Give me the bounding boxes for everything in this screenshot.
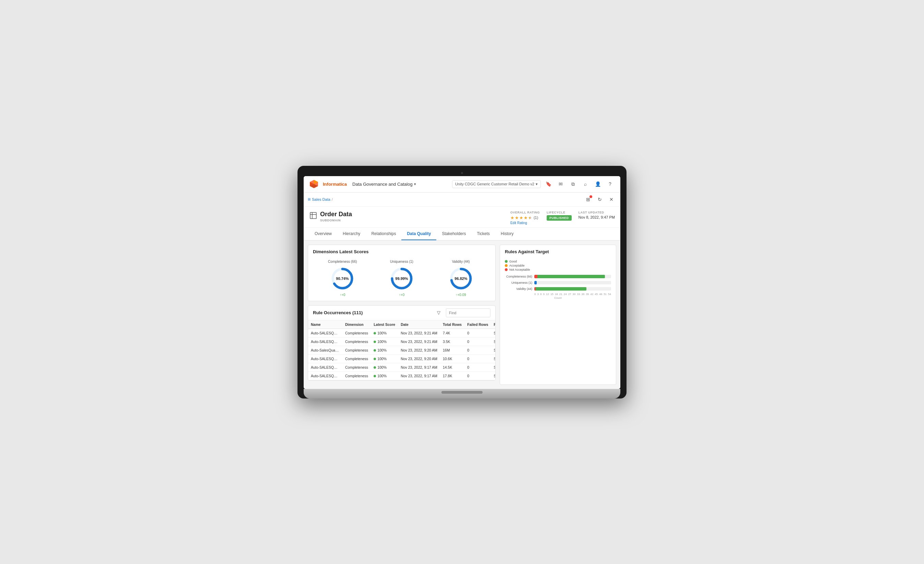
table-row: Auto-SALESQUANTIT... Completeness 100% N… [308, 328, 495, 337]
refresh-icon[interactable]: ↻ [595, 195, 604, 204]
cell-dimension: Completeness [342, 337, 371, 346]
bar-completeness-red [534, 275, 537, 278]
gauge-validity-label: Validity (44) [431, 260, 490, 264]
cell-name[interactable]: Auto-SALESQUANTIT... [308, 354, 342, 363]
cell-date: Nov 23, 2022, 9:21 AM [398, 328, 440, 337]
email-icon[interactable]: ✉ [556, 179, 566, 189]
cell-primary[interactable]: SALESQUANTITY [491, 337, 495, 346]
occurrences-table: Name Dimension Latest Score Date Total R… [308, 320, 495, 380]
app-header: Informatica Data Governance and Catalog … [304, 176, 620, 193]
cell-failed-rows: 0 [464, 328, 491, 337]
env-chevron-icon: ▾ [536, 182, 538, 186]
gauge-validity: Validity (44) 96.82% ↑+0.09 [431, 260, 490, 297]
cell-total-rows: 16M [440, 346, 464, 354]
lifecycle-badge: PUBLISHED [547, 215, 572, 220]
tab-overview[interactable]: Overview [309, 228, 337, 240]
last-updated-value: Nov 8, 2022, 9:47 PM [579, 215, 615, 219]
lifecycle-section: LIFECYCLE PUBLISHED [547, 211, 572, 220]
col-dimension: Dimension [342, 320, 371, 329]
cell-primary[interactable]: SALESQUANTITY [491, 354, 495, 363]
table-row: Auto-SALESQUANTIT... Completeness 100% N… [308, 337, 495, 346]
close-icon[interactable]: ✕ [607, 195, 616, 204]
search-icon[interactable]: ⌕ [580, 179, 590, 189]
tab-data-quality[interactable]: Data Quality [401, 228, 436, 240]
notification-icon[interactable]: ⊞ [584, 195, 593, 204]
cell-name[interactable]: Auto-SALESQUANTIT... [308, 363, 342, 371]
svg-text:99.99%: 99.99% [395, 276, 408, 280]
legend-not-acceptable-dot [505, 268, 508, 271]
star-rating: ★ ★ ★ ★ ★★ (1) [510, 215, 540, 220]
camera-dot [461, 172, 463, 174]
cell-name[interactable]: Auto-SALESQUANTIT... [308, 328, 342, 337]
legend-good: Good [505, 260, 611, 263]
chart-axis: 0 3 6 9 12 15 18 21 24 27 30 [505, 292, 611, 296]
bar-completeness-label: Completeness (66) [505, 275, 532, 278]
bar-uniqueness: Uniqueness (1) [505, 281, 611, 284]
cell-score: 100% [371, 346, 398, 354]
copy-icon[interactable]: ⧉ [568, 179, 578, 189]
tab-tickets[interactable]: Tickets [472, 228, 496, 240]
breadcrumb-actions: ⊞ ↻ ✕ [584, 195, 616, 204]
cell-primary[interactable]: SALESQUANTITY [491, 328, 495, 337]
col-failed-rows: Failed Rows [464, 320, 491, 329]
tab-hierarchy[interactable]: Hierarchy [337, 228, 366, 240]
gauge-validity-circle: 96.82% [448, 266, 473, 291]
svg-rect-4 [310, 213, 316, 219]
col-latest-score: Latest Score [371, 320, 398, 329]
logo-text: Informatica [323, 182, 347, 187]
cell-total-rows: 10.6K [440, 354, 464, 363]
edit-rating-link[interactable]: Edit Rating [510, 221, 540, 225]
rules-panel: Rules Against Target Good Acceptable [500, 244, 616, 385]
filter-button[interactable]: ▽ [434, 308, 443, 317]
occurrences-title: Rule Occurrences (111) [313, 310, 363, 315]
cell-name[interactable]: Auto-SalesQuantity-C... [308, 346, 342, 354]
star-count: (1) [534, 216, 538, 220]
gauge-row: Completeness (66) 90.74% ↑+0 [308, 257, 495, 301]
cell-dimension: Completeness [342, 346, 371, 354]
bar-completeness-track [534, 275, 611, 278]
table-body: Auto-SALESQUANTIT... Completeness 100% N… [308, 328, 495, 380]
bar-completeness: Completeness (66) [505, 275, 611, 278]
cell-primary[interactable]: SALESQUANTITY [491, 363, 495, 371]
table-toolbar: ▽ [434, 308, 490, 317]
chevron-icon[interactable]: ▾ [414, 182, 416, 186]
gauge-completeness-delta: ↑+0 [313, 293, 372, 297]
last-updated-label: LAST UPDATED [579, 211, 615, 214]
chart-axis-label: Count [505, 296, 611, 300]
cell-dimension: Completeness [342, 328, 371, 337]
tab-stakeholders[interactable]: Stakeholders [436, 228, 471, 240]
search-input[interactable] [446, 308, 490, 317]
cell-failed-rows: 0 [464, 363, 491, 371]
bar-uniqueness-track [534, 281, 611, 284]
cell-failed-rows: 0 [464, 337, 491, 346]
gauge-uniqueness-delta: ↑+0 [372, 293, 432, 297]
svg-text:90.74%: 90.74% [336, 276, 349, 280]
user-icon[interactable]: 👤 [593, 179, 603, 189]
bar-validity-label: Validity (44) [505, 287, 532, 291]
cell-dimension: Completeness [342, 354, 371, 363]
asset-info: Order Data SUBDOMAIN [320, 211, 352, 222]
cell-date: Nov 23, 2022, 9:17 AM [398, 363, 440, 371]
tab-relationships[interactable]: Relationships [366, 228, 401, 240]
cell-name[interactable]: Auto-SALESQUANTIT... [308, 337, 342, 346]
table-row: Auto-SALESQUANTIT... Completeness 100% N… [308, 371, 495, 380]
tab-history[interactable]: History [495, 228, 519, 240]
help-icon[interactable]: ? [605, 179, 615, 189]
bar-completeness-green [537, 275, 605, 278]
cell-primary[interactable]: SalesQuantity [491, 346, 495, 354]
cell-score: 100% [371, 354, 398, 363]
cell-total-rows: 14.5K [440, 363, 464, 371]
dimensions-panel: Dimensions Latest Scores Completeness (6… [308, 244, 496, 301]
col-primary: Primary Data Element [491, 320, 495, 329]
left-panel: Dimensions Latest Scores Completeness (6… [308, 244, 496, 385]
cell-score: 100% [371, 337, 398, 346]
gauge-completeness-circle: 90.74% [330, 266, 355, 291]
cell-name[interactable]: Auto-SALESQUANTIT... [308, 371, 342, 380]
rules-chart-title: Rules Against Target [500, 245, 616, 257]
table-scroll[interactable]: Name Dimension Latest Score Date Total R… [308, 320, 495, 380]
bookmark-icon[interactable]: 🔖 [544, 179, 553, 189]
cell-primary[interactable]: SALESQUANTITY [491, 371, 495, 380]
env-selector[interactable]: Unity CDGC Generic Customer Retail Demo … [452, 180, 541, 188]
breadcrumb-icon: ⊞ [308, 197, 310, 201]
breadcrumb-item-sales-data[interactable]: Sales Data [312, 197, 330, 201]
